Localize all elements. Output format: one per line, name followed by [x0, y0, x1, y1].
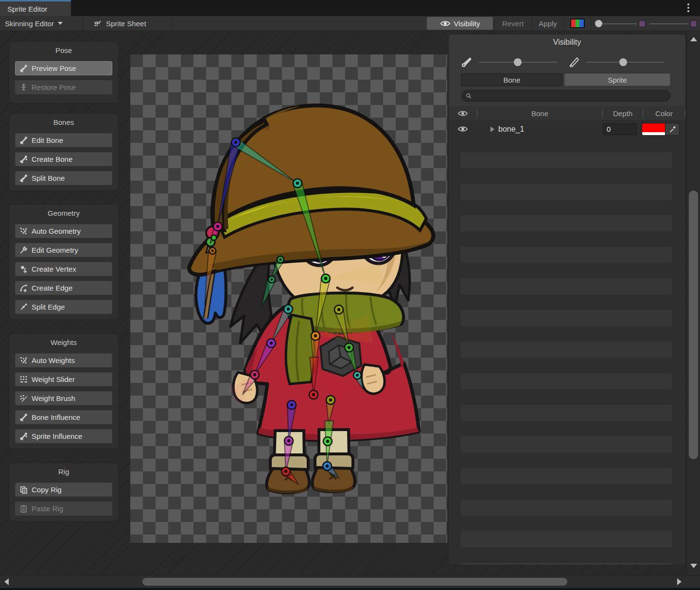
rgb-overlay-icon[interactable] [570, 18, 585, 28]
bones-panel: Bones Edit Bone Create Bone Split Bone [9, 113, 119, 191]
auto-geometry-icon [19, 227, 28, 235]
weight-slider-button[interactable]: Weight Slider [15, 372, 112, 386]
copy-icon [19, 486, 28, 494]
geometry-panel: Geometry Auto Geometry Edit Geometry Cre… [9, 204, 119, 320]
bone-row[interactable]: bone_1 [449, 121, 685, 137]
edit-geometry-button[interactable]: Edit Geometry [15, 243, 112, 257]
expand-chevron-icon[interactable] [490, 126, 494, 132]
person-icon [19, 83, 28, 91]
weights-opacity-slider[interactable] [649, 23, 688, 24]
sprite-sheet-button[interactable]: Sprite Sheet [83, 16, 172, 31]
auto-geometry-button[interactable]: Auto Geometry [15, 224, 112, 238]
weight-brush-icon [19, 394, 28, 402]
split-bone-button[interactable]: Split Bone [15, 171, 112, 185]
eyedropper-icon [669, 125, 676, 133]
sprite-influence-button[interactable]: Sprite Influence [15, 429, 112, 443]
paste-rig-button[interactable]: Paste Rig [15, 502, 112, 516]
search-input[interactable] [475, 92, 660, 100]
sprite-opacity-slider[interactable] [597, 23, 637, 24]
panel-title: Rig [9, 463, 118, 476]
wrench-icon [19, 246, 28, 254]
weight-brush-button[interactable]: Weight Brush [15, 391, 112, 405]
toolbar: Skinning Editor Sprite Sheet Visibility … [0, 16, 700, 31]
edge-plus-icon [19, 284, 28, 292]
edit-bone-button[interactable]: Edit Bone [15, 133, 112, 147]
copy-rig-button[interactable]: Copy Rig [15, 483, 112, 497]
sprite-sheet-icon [94, 19, 102, 28]
bone-opacity-slider[interactable] [461, 56, 560, 69]
editor-mode-dropdown[interactable]: Skinning Editor [0, 16, 83, 31]
visibility-panel: Visibility Bone Sprite [448, 34, 686, 565]
column-color[interactable]: Color [643, 109, 685, 118]
weight-slider-icon [19, 375, 28, 383]
bone-influence-button[interactable]: Bone Influence [15, 410, 112, 424]
column-depth[interactable]: Depth [603, 109, 643, 118]
column-bone[interactable]: Bone [477, 109, 602, 118]
toolbar-opacity-sliders [591, 16, 700, 31]
mesh-opacity-knob[interactable] [619, 58, 627, 66]
scroll-down-arrow[interactable] [690, 564, 697, 568]
scroll-left-arrow[interactable] [4, 578, 9, 585]
bone-influence-icon [19, 413, 28, 421]
pose-panel: Pose Preview Pose Restore Pose [9, 41, 119, 104]
editor-mode-label: Skinning Editor [5, 19, 54, 28]
tab-sprite-editor[interactable]: Sprite Editor [0, 0, 71, 16]
bone-tool-icon [19, 64, 28, 72]
tab-bone[interactable]: Bone [461, 73, 562, 86]
eye-icon [440, 20, 451, 27]
bone-search-field[interactable] [461, 90, 670, 102]
create-vertex-button[interactable]: Create Vertex [15, 262, 112, 276]
split-edge-button[interactable]: Split Edge [15, 300, 112, 314]
scroll-up-arrow[interactable] [690, 37, 697, 41]
window-tab-strip: Sprite Editor [0, 0, 700, 16]
mesh-opacity-slider[interactable] [568, 56, 666, 69]
restore-pose-button[interactable]: Restore Pose [15, 80, 112, 94]
bone-name: bone_1 [498, 125, 603, 134]
bone-list: bone_1 [449, 121, 685, 565]
create-bone-button[interactable]: Create Bone [15, 152, 112, 166]
sprite-canvas[interactable] [130, 54, 447, 543]
bone-outline-icon [568, 56, 580, 68]
clipboard-icon [19, 504, 28, 513]
bone-opacity-knob[interactable] [514, 58, 522, 66]
weights-panel: Weights Auto Weights Weight Slider Weigh… [9, 333, 119, 449]
eye-column-icon[interactable] [457, 110, 468, 117]
sprite-opacity-knob[interactable] [595, 20, 602, 27]
vertex-plus-icon [19, 265, 28, 273]
panel-title: Pose [9, 42, 118, 54]
row-visibility-eye-icon[interactable] [457, 125, 468, 133]
panel-title: Bones [9, 114, 118, 126]
window-menu-icon[interactable] [687, 3, 689, 14]
bone-color-swatch[interactable] [642, 123, 665, 135]
bone-color-control [642, 123, 680, 136]
toolbar-separator [172, 16, 172, 31]
sprite-sheet-label: Sprite Sheet [106, 19, 146, 28]
sprite-influence-icon [19, 432, 28, 440]
bone-table-header: Bone Depth Color [449, 106, 685, 121]
horizontal-scrollbar[interactable] [0, 575, 700, 588]
panel-title: Weights [9, 334, 118, 347]
preview-pose-button[interactable]: Preview Pose [15, 61, 112, 75]
edge-split-icon [19, 303, 28, 311]
visibility-panel-title: Visibility [449, 38, 685, 47]
tab-sprite[interactable]: Sprite [564, 73, 670, 86]
bone-filled-icon [461, 56, 473, 68]
vertical-scrollbar[interactable] [686, 31, 700, 575]
chevron-down-icon [58, 22, 63, 25]
create-edge-button[interactable]: Create Edge [15, 281, 112, 295]
horizontal-scrollbar-thumb[interactable] [142, 578, 567, 586]
revert-button[interactable]: Revert [494, 19, 531, 28]
skinning-workspace: Pose Preview Pose Restore Pose Bones Edi… [0, 31, 700, 575]
vertical-scrollbar-thumb[interactable] [689, 191, 698, 459]
transparency-checker-icon [639, 20, 646, 27]
tab-sprite-editor-label: Sprite Editor [7, 5, 48, 13]
eyedropper-button[interactable] [665, 123, 679, 135]
auto-weights-button[interactable]: Auto Weights [15, 353, 112, 367]
visibility-toggle-button[interactable]: Visibility [427, 17, 493, 30]
bone-split-icon [19, 174, 28, 182]
bone-edit-icon [19, 136, 28, 144]
search-icon [466, 93, 472, 99]
depth-input[interactable] [603, 123, 637, 135]
apply-button[interactable]: Apply [532, 19, 564, 28]
scroll-right-arrow[interactable] [677, 578, 682, 585]
